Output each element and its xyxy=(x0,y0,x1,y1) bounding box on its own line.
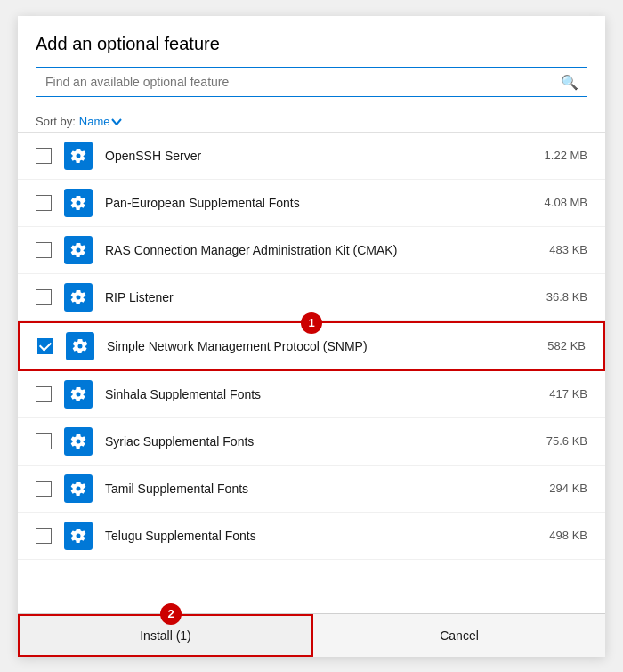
page-title: Add an optional feature xyxy=(36,34,587,54)
install-badge: 2 xyxy=(160,603,182,625)
sort-by-dropdown[interactable]: Name xyxy=(79,115,123,128)
feature-size: 483 KB xyxy=(549,243,587,256)
feature-checkbox[interactable] xyxy=(36,242,52,258)
feature-name: Simple Network Management Protocol (SNMP… xyxy=(107,339,538,353)
list-item[interactable]: Tamil Supplemental Fonts294 KB xyxy=(18,466,605,513)
list-item[interactable]: Syriac Supplemental Fonts75.6 KB xyxy=(18,418,605,466)
feature-checkbox[interactable] xyxy=(36,148,52,164)
feature-icon xyxy=(64,142,93,170)
feature-size: 294 KB xyxy=(549,482,587,495)
feature-icon xyxy=(64,427,93,456)
sort-row: Sort by: Name xyxy=(18,108,605,132)
feature-icon xyxy=(64,189,93,217)
feature-name: OpenSSH Server xyxy=(105,149,536,163)
list-item[interactable]: RAS Connection Manager Administration Ki… xyxy=(18,227,605,274)
feature-icon xyxy=(66,332,94,360)
feature-name: Pan-European Supplemental Fonts xyxy=(105,196,536,210)
search-box: 🔍 xyxy=(36,67,587,97)
sort-value-name: Name xyxy=(79,115,110,128)
feature-size: 36.8 KB xyxy=(546,290,587,304)
sort-label: Sort by: xyxy=(36,115,76,128)
feature-name: RIP Listener xyxy=(105,290,538,304)
feature-name: Tamil Supplemental Fonts xyxy=(105,482,540,496)
add-optional-feature-dialog: Add an optional feature 🔍 Sort by: Name … xyxy=(18,16,605,657)
feature-size: 75.6 KB xyxy=(546,434,587,448)
feature-size: 417 KB xyxy=(549,387,587,401)
feature-icon xyxy=(64,380,93,409)
feature-name: Telugu Supplemental Fonts xyxy=(105,529,540,543)
search-input[interactable] xyxy=(36,67,587,97)
feature-checkbox[interactable] xyxy=(36,528,52,544)
chevron-down-icon xyxy=(111,118,122,125)
dialog-footer: 2 Install (1) Cancel xyxy=(18,613,605,657)
footer-inner: 2 Install (1) Cancel xyxy=(18,614,605,657)
search-icon: 🔍 xyxy=(561,73,578,90)
feature-checkbox[interactable] xyxy=(36,481,52,497)
list-item[interactable]: 1 Simple Network Management Protocol (SN… xyxy=(18,321,605,371)
feature-checkbox[interactable] xyxy=(37,338,53,354)
feature-size: 498 KB xyxy=(549,529,587,542)
feature-name: Sinhala Supplemental Fonts xyxy=(105,387,540,401)
feature-icon xyxy=(64,236,93,264)
feature-icon xyxy=(64,522,93,550)
feature-size: 1.22 MB xyxy=(545,149,587,162)
list-item[interactable]: OpenSSH Server1.22 MB xyxy=(18,133,605,180)
feature-list: OpenSSH Server1.22 MB Pan-European Suppl… xyxy=(18,132,605,613)
feature-checkbox[interactable] xyxy=(36,289,52,305)
dialog-header: Add an optional feature 🔍 xyxy=(18,16,605,108)
feature-checkbox[interactable] xyxy=(36,433,52,449)
feature-badge: 1 xyxy=(301,312,322,334)
list-item[interactable]: Sinhala Supplemental Fonts417 KB xyxy=(18,371,605,418)
feature-checkbox[interactable] xyxy=(36,195,52,211)
feature-checkbox[interactable] xyxy=(36,386,52,402)
feature-name: Syriac Supplemental Fonts xyxy=(105,434,538,449)
feature-size: 582 KB xyxy=(547,339,586,352)
list-item[interactable]: Pan-European Supplemental Fonts4.08 MB xyxy=(18,180,605,227)
feature-size: 4.08 MB xyxy=(545,196,587,209)
feature-name: RAS Connection Manager Administration Ki… xyxy=(105,243,540,257)
feature-icon xyxy=(64,283,93,312)
feature-icon xyxy=(64,474,93,503)
list-item[interactable]: Telugu Supplemental Fonts498 KB xyxy=(18,513,605,560)
cancel-button[interactable]: Cancel xyxy=(313,614,605,657)
